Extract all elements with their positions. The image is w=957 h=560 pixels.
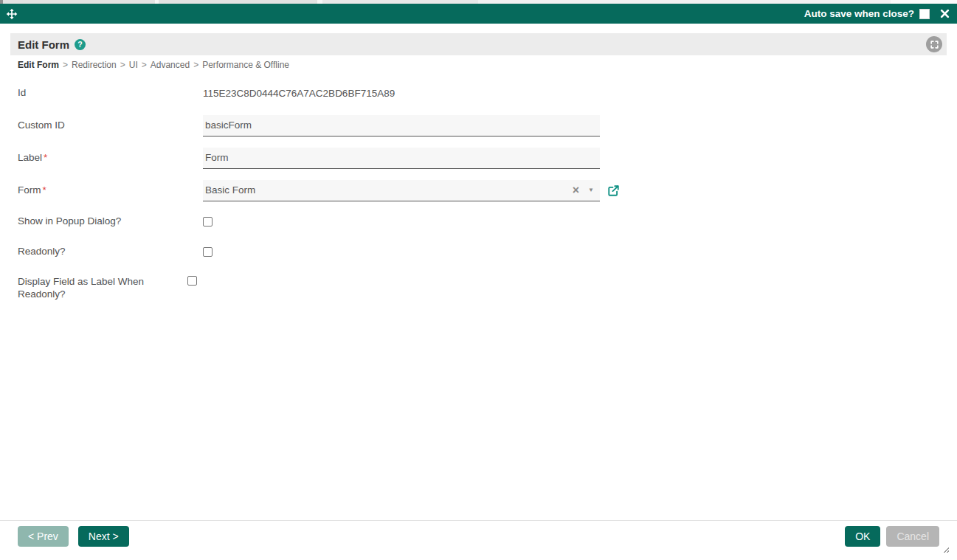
breadcrumb-current: Edit Form xyxy=(18,60,59,70)
show-in-popup-checkbox[interactable] xyxy=(203,217,213,227)
custom-id-input[interactable] xyxy=(203,115,600,136)
field-row-form: Form* Basic Form × ▼ xyxy=(18,174,939,207)
cancel-button[interactable]: Cancel xyxy=(886,526,939,547)
label-label-text: Label xyxy=(18,152,42,163)
breadcrumb-item-advanced[interactable]: Advanced xyxy=(151,60,190,70)
form-select[interactable]: Basic Form × ▼ xyxy=(203,180,600,201)
breadcrumb-item-ui[interactable]: UI xyxy=(129,60,138,70)
ok-button[interactable]: OK xyxy=(845,526,880,547)
breadcrumb-separator: > xyxy=(142,60,147,70)
display-field-as-label-label: Display Field as Label When Readonly? xyxy=(18,276,187,301)
external-link-icon[interactable] xyxy=(607,184,620,197)
breadcrumb-separator: > xyxy=(120,60,125,70)
label-label: Label* xyxy=(18,152,203,165)
form-label: Form* xyxy=(18,184,203,197)
form-select-value: Basic Form xyxy=(205,184,573,196)
form-label-text: Form xyxy=(18,184,41,196)
display-field-as-label-checkbox[interactable] xyxy=(187,276,197,286)
dialog-titlebar[interactable]: Auto save when close? xyxy=(0,4,957,24)
show-in-popup-label: Show in Popup Dialog? xyxy=(18,215,203,228)
clear-icon[interactable]: × xyxy=(573,184,579,196)
help-icon[interactable]: ? xyxy=(75,39,86,50)
move-icon[interactable] xyxy=(6,8,18,20)
next-button[interactable]: Next > xyxy=(78,526,129,547)
close-icon[interactable] xyxy=(940,9,950,18)
breadcrumb-separator: > xyxy=(193,60,198,70)
expand-corners-icon xyxy=(930,40,939,49)
breadcrumb-item-performance-offline[interactable]: Performance & Offline xyxy=(202,60,289,70)
field-row-show-in-popup: Show in Popup Dialog? xyxy=(18,207,939,237)
label-input[interactable] xyxy=(203,148,600,169)
breadcrumb: Edit Form > Redirection > UI > Advanced … xyxy=(18,60,939,70)
breadcrumb-item-redirection[interactable]: Redirection xyxy=(72,60,117,70)
field-row-custom-id: Custom ID xyxy=(18,109,939,142)
dialog-footer: < Prev Next > OK Cancel xyxy=(0,520,957,547)
field-row-label: Label* xyxy=(18,142,939,174)
breadcrumb-separator: > xyxy=(63,60,68,70)
form-properties: Id 115E23C8D0444C76A7AC2BD6BF715A89 Cust… xyxy=(18,77,939,304)
autosave-checkbox[interactable] xyxy=(919,9,930,19)
chevron-down-icon[interactable]: ▼ xyxy=(588,187,594,193)
id-value: 115E23C8D0444C76A7AC2BD6BF715A89 xyxy=(203,88,395,99)
fullscreen-button[interactable] xyxy=(926,36,942,52)
field-row-display-field-as-label: Display Field as Label When Readonly? xyxy=(18,267,939,304)
readonly-label: Readonly? xyxy=(18,246,203,258)
readonly-checkbox[interactable] xyxy=(203,247,213,257)
page-title: Edit Form xyxy=(18,38,69,51)
field-row-id: Id 115E23C8D0444C76A7AC2BD6BF715A89 xyxy=(18,77,939,109)
required-asterisk: * xyxy=(44,152,47,163)
id-label: Id xyxy=(18,87,203,100)
custom-id-label: Custom ID xyxy=(18,120,203,132)
field-row-readonly: Readonly? xyxy=(18,237,939,267)
autosave-label: Auto save when close? xyxy=(804,8,914,19)
prev-button[interactable]: < Prev xyxy=(18,526,69,547)
required-asterisk: * xyxy=(43,184,46,196)
panel-header: Edit Form ? xyxy=(10,33,947,55)
